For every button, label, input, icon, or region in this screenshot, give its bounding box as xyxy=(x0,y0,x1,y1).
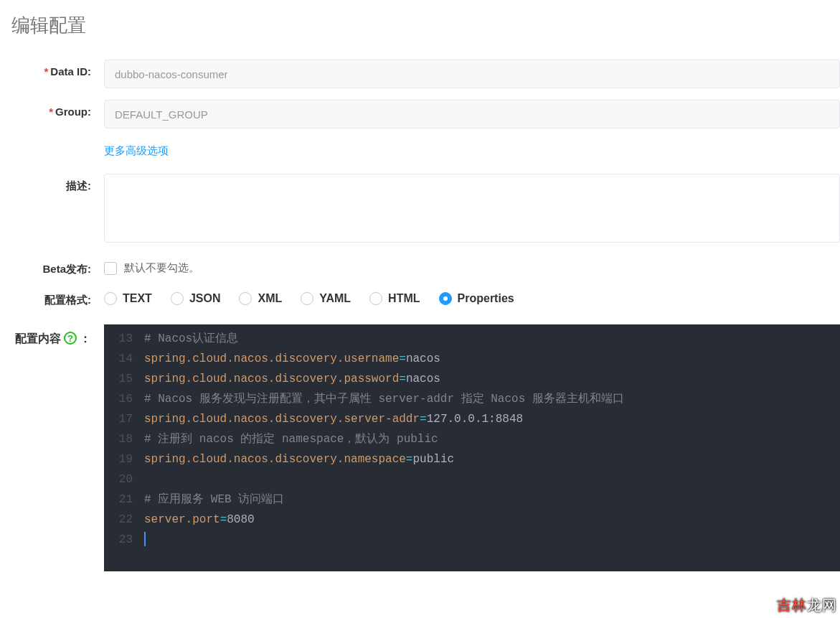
label-content: 配置内容 ? ： xyxy=(0,324,104,347)
line-number: 20 xyxy=(104,469,144,490)
code-line: 13# Nacos认证信息 xyxy=(104,329,840,349)
radio-icon xyxy=(239,292,252,305)
row-description: 描述: xyxy=(0,174,840,245)
code-line: 14spring.cloud.nacos.discovery.username=… xyxy=(104,349,840,369)
label-group: *Group: xyxy=(0,100,104,118)
code-line: 20 xyxy=(104,469,840,490)
row-group: *Group: xyxy=(0,100,840,128)
label-description: 描述: xyxy=(0,174,104,193)
radio-label: TEXT xyxy=(123,292,152,305)
data-id-input[interactable] xyxy=(104,60,840,88)
code-content: # 注册到 nacos 的指定 namespace，默认为 public xyxy=(144,429,840,449)
beta-hint: 默认不要勾选。 xyxy=(124,261,199,275)
code-content: spring.cloud.nacos.discovery.namespace=p… xyxy=(144,449,840,469)
label-beta: Beta发布: xyxy=(0,257,104,276)
code-line: 23 xyxy=(104,530,840,550)
code-line: 17spring.cloud.nacos.discovery.server-ad… xyxy=(104,409,840,429)
line-number: 22 xyxy=(104,510,144,530)
line-number: 21 xyxy=(104,490,144,510)
format-radio-xml[interactable]: XML xyxy=(239,292,282,305)
code-editor[interactable]: 13# Nacos认证信息14spring.cloud.nacos.discov… xyxy=(104,324,840,571)
help-icon[interactable]: ? xyxy=(64,332,77,345)
code-content: # Nacos认证信息 xyxy=(144,329,840,349)
code-line: 15spring.cloud.nacos.discovery.password=… xyxy=(104,369,840,389)
format-radio-json[interactable]: JSON xyxy=(171,292,221,305)
radio-label: HTML xyxy=(388,292,420,305)
line-number: 18 xyxy=(104,429,144,449)
code-content xyxy=(144,530,840,550)
line-number: 13 xyxy=(104,329,144,349)
code-line: 16# Nacos 服务发现与注册配置，其中子属性 server-addr 指定… xyxy=(104,389,840,409)
format-radio-yaml[interactable]: YAML xyxy=(301,292,351,305)
code-line: 19spring.cloud.nacos.discovery.namespace… xyxy=(104,449,840,469)
code-content: server.port=8080 xyxy=(144,510,840,530)
code-line: 21# 应用服务 WEB 访问端口 xyxy=(104,490,840,510)
beta-checkbox[interactable] xyxy=(104,262,117,275)
row-data-id: *Data ID: xyxy=(0,60,840,88)
radio-icon xyxy=(439,292,452,305)
line-number: 14 xyxy=(104,349,144,369)
code-content: # Nacos 服务发现与注册配置，其中子属性 server-addr 指定 N… xyxy=(144,389,840,409)
line-number: 17 xyxy=(104,409,144,429)
row-beta: Beta发布: 默认不要勾选。 xyxy=(0,257,840,276)
description-textarea[interactable] xyxy=(104,174,840,243)
row-content: 配置内容 ? ： 13# Nacos认证信息14spring.cloud.nac… xyxy=(0,324,840,571)
radio-label: Properties xyxy=(458,292,514,305)
code-content: spring.cloud.nacos.discovery.username=na… xyxy=(144,349,840,369)
line-number: 16 xyxy=(104,389,144,409)
radio-icon xyxy=(171,292,184,305)
radio-label: XML xyxy=(258,292,282,305)
line-number: 23 xyxy=(104,530,144,550)
line-number: 19 xyxy=(104,449,144,469)
code-line: 18# 注册到 nacos 的指定 namespace，默认为 public xyxy=(104,429,840,449)
code-content xyxy=(144,469,840,490)
row-format: 配置格式: TEXTJSONXMLYAMLHTMLProperties xyxy=(0,288,840,307)
line-number: 15 xyxy=(104,369,144,389)
radio-label: JSON xyxy=(189,292,221,305)
watermark: 吉林龙网 xyxy=(777,596,837,615)
code-content: spring.cloud.nacos.discovery.server-addr… xyxy=(144,409,840,429)
radio-label: YAML xyxy=(319,292,351,305)
code-content: spring.cloud.nacos.discovery.password=na… xyxy=(144,369,840,389)
radio-icon xyxy=(301,292,313,305)
format-radio-properties[interactable]: Properties xyxy=(439,292,514,305)
radio-icon xyxy=(104,292,117,305)
advanced-options-link[interactable]: 更多高级选项 xyxy=(104,140,169,171)
page-title: 编辑配置 xyxy=(0,0,840,60)
label-data-id: *Data ID: xyxy=(0,60,104,78)
format-radio-html[interactable]: HTML xyxy=(369,292,420,305)
code-content: # 应用服务 WEB 访问端口 xyxy=(144,490,840,510)
format-radio-text[interactable]: TEXT xyxy=(104,292,152,305)
label-format: 配置格式: xyxy=(0,288,104,307)
code-line: 22server.port=8080 xyxy=(104,510,840,530)
radio-icon xyxy=(369,292,382,305)
format-radio-group: TEXTJSONXMLYAMLHTMLProperties xyxy=(104,288,840,305)
group-input[interactable] xyxy=(104,100,840,128)
